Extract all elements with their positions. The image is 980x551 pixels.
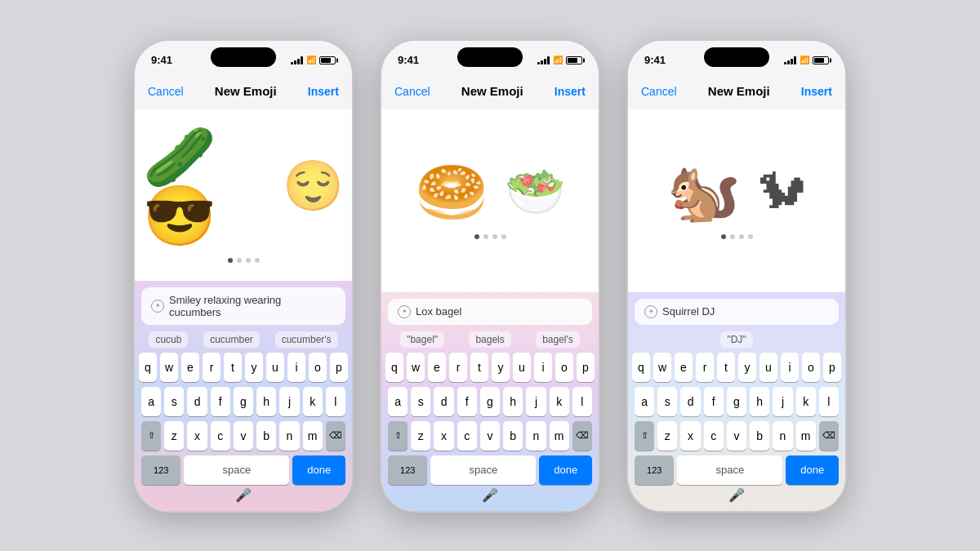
key3-x[interactable]: x	[680, 421, 700, 451]
key-shift[interactable]: ⇧	[141, 421, 161, 451]
search-bar-1[interactable]: ✦ Smiley relaxing wearing cucumbers	[141, 287, 345, 325]
key3-num[interactable]: 123	[635, 455, 674, 485]
key-w[interactable]: w	[160, 353, 178, 382]
insert-button-2[interactable]: Insert	[555, 85, 586, 98]
key2-r[interactable]: r	[449, 353, 467, 382]
key3-s[interactable]: s	[657, 387, 677, 416]
key2-g[interactable]: g	[480, 387, 500, 416]
suggestion-3-1[interactable]: "DJ"	[720, 331, 752, 348]
key-z[interactable]: z	[164, 421, 184, 451]
key2-p[interactable]: p	[577, 353, 595, 382]
key3-j[interactable]: j	[773, 387, 792, 416]
key2-j[interactable]: j	[526, 387, 546, 416]
key2-q[interactable]: q	[385, 353, 403, 382]
key2-k[interactable]: k	[550, 387, 569, 416]
key-p[interactable]: p	[330, 353, 348, 382]
key3-h[interactable]: h	[750, 387, 769, 416]
key3-t[interactable]: t	[717, 353, 735, 382]
key3-m[interactable]: m	[796, 421, 816, 451]
key3-w[interactable]: w	[653, 353, 671, 382]
search-bar-2[interactable]: ✦ Lox bagel	[388, 299, 592, 325]
key2-c[interactable]: c	[457, 421, 477, 451]
key3-v[interactable]: v	[727, 421, 746, 451]
key2-space[interactable]: space	[430, 455, 536, 485]
key2-h[interactable]: h	[503, 387, 523, 416]
key2-v[interactable]: v	[480, 421, 500, 451]
key-q[interactable]: q	[139, 353, 157, 382]
key-c[interactable]: c	[211, 421, 230, 451]
cancel-button-3[interactable]: Cancel	[641, 85, 677, 98]
key2-o[interactable]: o	[555, 353, 573, 382]
key3-done[interactable]: done	[786, 455, 839, 485]
key3-f[interactable]: f	[704, 387, 724, 416]
key2-d[interactable]: d	[434, 387, 453, 416]
key3-n[interactable]: n	[773, 421, 792, 451]
key2-y[interactable]: y	[492, 353, 510, 382]
key2-n[interactable]: n	[526, 421, 546, 451]
key2-m[interactable]: m	[550, 421, 569, 451]
key-u[interactable]: u	[266, 353, 284, 382]
suggestion-2-1[interactable]: "bagel"	[400, 331, 444, 348]
key3-delete[interactable]: ⌫	[819, 421, 839, 451]
insert-button-1[interactable]: Insert	[308, 85, 339, 98]
key-delete[interactable]: ⌫	[326, 421, 345, 451]
insert-button-3[interactable]: Insert	[801, 85, 832, 98]
search-bar-3[interactable]: ✦ Squirrel DJ	[635, 299, 839, 325]
key2-s[interactable]: s	[411, 387, 430, 416]
key3-o[interactable]: o	[802, 353, 820, 382]
key3-e[interactable]: e	[675, 353, 693, 382]
key-a[interactable]: a	[141, 387, 161, 416]
key-b[interactable]: b	[256, 421, 276, 451]
key2-l[interactable]: l	[572, 387, 592, 416]
key2-u[interactable]: u	[513, 353, 531, 382]
key3-l[interactable]: l	[819, 387, 839, 416]
key3-p[interactable]: p	[823, 353, 841, 382]
mic-icon-1[interactable]: 🎤	[235, 487, 252, 503]
key3-d[interactable]: d	[680, 387, 700, 416]
key3-k[interactable]: k	[796, 387, 816, 416]
key-m[interactable]: m	[303, 421, 323, 451]
key2-a[interactable]: a	[388, 387, 408, 416]
key-k[interactable]: k	[303, 387, 323, 416]
key-i[interactable]: i	[287, 353, 305, 382]
key2-t[interactable]: t	[470, 353, 488, 382]
mic-icon-2[interactable]: 🎤	[482, 487, 498, 503]
cancel-button-1[interactable]: Cancel	[148, 85, 184, 98]
key-n[interactable]: n	[279, 421, 299, 451]
key-l[interactable]: l	[326, 387, 345, 416]
cancel-button-2[interactable]: Cancel	[394, 85, 430, 98]
key2-z[interactable]: z	[411, 421, 430, 451]
key-d[interactable]: d	[187, 387, 207, 416]
key-j[interactable]: j	[279, 387, 299, 416]
key2-b[interactable]: b	[503, 421, 523, 451]
key3-g[interactable]: g	[727, 387, 746, 416]
key-o[interactable]: o	[309, 353, 327, 382]
key-done[interactable]: done	[292, 455, 345, 485]
key2-delete[interactable]: ⌫	[572, 421, 592, 451]
suggestion-2-2[interactable]: bagels	[469, 331, 510, 348]
key3-shift[interactable]: ⇧	[635, 421, 654, 451]
key-num[interactable]: 123	[141, 455, 180, 485]
key3-u[interactable]: u	[760, 353, 777, 382]
key-e[interactable]: e	[181, 353, 199, 382]
suggestion-2-3[interactable]: bagel's	[536, 331, 580, 348]
key-h[interactable]: h	[256, 387, 276, 416]
key-g[interactable]: g	[234, 387, 253, 416]
key2-num[interactable]: 123	[388, 455, 427, 485]
mic-icon-3[interactable]: 🎤	[728, 487, 745, 503]
key3-b[interactable]: b	[750, 421, 769, 451]
key2-done[interactable]: done	[539, 455, 592, 485]
key3-z[interactable]: z	[657, 421, 677, 451]
key2-w[interactable]: w	[407, 353, 425, 382]
key3-r[interactable]: r	[696, 353, 714, 382]
key3-q[interactable]: q	[632, 353, 650, 382]
key3-space[interactable]: space	[677, 455, 782, 485]
key-t[interactable]: t	[224, 353, 242, 382]
key2-e[interactable]: e	[428, 353, 446, 382]
key3-y[interactable]: y	[738, 353, 756, 382]
key3-a[interactable]: a	[635, 387, 654, 416]
key-s[interactable]: s	[164, 387, 184, 416]
suggestion-1-1[interactable]: cucub	[149, 331, 188, 348]
key3-c[interactable]: c	[704, 421, 724, 451]
key-x[interactable]: x	[187, 421, 207, 451]
